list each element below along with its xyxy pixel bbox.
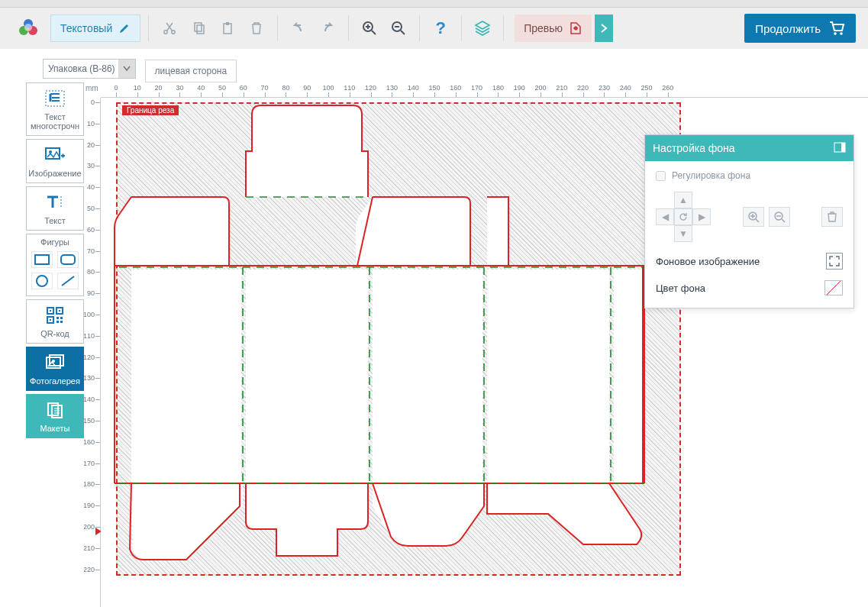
dieline xyxy=(101,98,696,586)
window-top-strip xyxy=(0,0,868,8)
preview-expand-button[interactable] xyxy=(595,15,613,42)
tool-gallery[interactable]: Фотогалерея xyxy=(26,347,84,391)
bg-move-right[interactable]: ▶ xyxy=(692,208,711,225)
bg-image-label: Фоновое изображение xyxy=(656,256,760,267)
paste-button[interactable] xyxy=(215,15,240,41)
tool-text-multiline[interactable]: Текст многострочн xyxy=(26,82,84,136)
bg-image-fit-button[interactable] xyxy=(826,253,843,270)
svg-rect-23 xyxy=(50,310,51,312)
zoom-in-icon xyxy=(362,21,377,36)
copy-icon xyxy=(191,21,206,36)
expand-icon xyxy=(829,256,840,266)
layouts-icon xyxy=(46,399,64,421)
svg-rect-29 xyxy=(60,321,63,323)
bg-move-up[interactable]: ▲ xyxy=(674,192,692,208)
tool-image[interactable]: Изображение xyxy=(26,139,84,183)
svg-rect-26 xyxy=(56,317,59,319)
main-toolbar: Текстовый ? Превью Продолжить xyxy=(0,8,868,49)
copy-button[interactable] xyxy=(186,15,211,41)
svg-rect-25 xyxy=(50,319,51,321)
zoom-in-icon xyxy=(747,211,760,223)
bg-adjust-checkbox[interactable]: Регулировка фона xyxy=(656,170,843,181)
text-mode-button[interactable]: Текстовый xyxy=(50,15,140,42)
continue-label: Продолжить xyxy=(755,22,821,35)
shapes-label: Фигуры xyxy=(40,237,69,247)
svg-rect-38 xyxy=(487,270,609,483)
layers-button[interactable] xyxy=(469,15,495,41)
tool-text[interactable]: Текст xyxy=(26,186,84,231)
text-multiline-icon xyxy=(44,88,66,109)
svg-point-19 xyxy=(37,276,47,286)
tool-layouts[interactable]: Макеты xyxy=(26,394,84,438)
package-select[interactable]: Упаковка (B-86) xyxy=(43,59,136,79)
bg-move-left[interactable]: ◀ xyxy=(656,208,674,225)
rotate-icon xyxy=(679,212,688,221)
svg-rect-41 xyxy=(841,143,845,152)
preview-button[interactable]: Превью xyxy=(515,15,592,42)
bg-move-reset[interactable] xyxy=(674,208,692,225)
zoom-out-icon xyxy=(391,21,406,36)
svg-rect-39 xyxy=(614,270,643,483)
help-button[interactable]: ? xyxy=(428,15,453,41)
scissors-icon xyxy=(162,21,177,36)
tool-label: Фотогалерея xyxy=(30,376,80,386)
bg-color-swatch[interactable] xyxy=(824,280,843,295)
redo-button[interactable] xyxy=(315,15,340,41)
preview-label: Превью xyxy=(524,22,563,34)
bg-adjust-label: Регулировка фона xyxy=(672,170,750,181)
shape-rounded-rect[interactable] xyxy=(57,251,79,268)
bg-color-label: Цвет фона xyxy=(656,283,705,294)
svg-point-13 xyxy=(840,32,843,35)
bg-zoom-out[interactable] xyxy=(769,207,790,227)
panel-header[interactable]: Настройка фона xyxy=(645,135,853,161)
image-icon xyxy=(44,144,66,166)
tool-label: Изображение xyxy=(28,169,81,178)
bg-move-down[interactable]: ▼ xyxy=(674,225,692,242)
help-label: ? xyxy=(435,18,445,38)
svg-rect-9 xyxy=(226,22,229,25)
delete-button[interactable] xyxy=(244,15,269,41)
svg-point-12 xyxy=(834,32,837,35)
cut-button[interactable] xyxy=(156,15,182,41)
svg-rect-27 xyxy=(60,317,63,319)
svg-rect-36 xyxy=(246,270,368,483)
shape-circle[interactable] xyxy=(31,273,53,289)
left-tool-panel: Текст многострочн Изображение Текст Фигу… xyxy=(26,82,84,607)
svg-rect-24 xyxy=(59,310,60,312)
zoom-in-button[interactable] xyxy=(357,15,382,41)
continue-button[interactable]: Продолжить xyxy=(744,14,856,43)
cart-icon xyxy=(828,21,845,36)
undo-button[interactable] xyxy=(286,15,311,41)
text-icon xyxy=(44,192,66,213)
app-logo-icon xyxy=(17,17,40,40)
bg-move-dpad: ▲ ◀ ▶ ▼ xyxy=(656,192,711,242)
bg-adjust-input[interactable] xyxy=(656,171,666,181)
pdf-icon xyxy=(569,21,582,35)
bg-delete[interactable] xyxy=(821,207,843,227)
ruler-unit-label: mm xyxy=(86,84,98,92)
zoom-out-button[interactable] xyxy=(386,15,411,41)
panel-dock-icon[interactable] xyxy=(834,142,846,155)
panel-title: Настройка фона xyxy=(653,142,735,154)
tool-shapes: Фигуры xyxy=(26,234,84,296)
svg-rect-35 xyxy=(131,270,241,483)
bg-zoom-in[interactable] xyxy=(743,207,764,227)
ruler-vertical: 0102030405060708090100110120130140150160… xyxy=(84,98,101,607)
background-settings-panel: Настройка фона Регулировка фона ▲ ◀ ▶ ▼ xyxy=(644,134,854,308)
svg-rect-18 xyxy=(61,255,75,264)
chevron-down-icon xyxy=(118,60,135,78)
sub-toolbar: Упаковка (B-86) лицевая сторона xyxy=(0,55,868,82)
svg-rect-7 xyxy=(197,25,204,34)
redo-icon xyxy=(319,22,336,34)
tool-qr[interactable]: QR-код xyxy=(26,299,84,344)
ruler-horizontal: 0102030405060708090100110120130140150160… xyxy=(101,82,868,98)
shape-line[interactable] xyxy=(57,273,79,289)
tab-front-side[interactable]: лицевая сторона xyxy=(145,60,237,82)
separator xyxy=(277,15,278,41)
layers-icon xyxy=(474,20,491,37)
separator xyxy=(461,15,462,41)
svg-point-3 xyxy=(24,24,32,31)
shape-rectangle[interactable] xyxy=(31,251,53,268)
separator xyxy=(148,15,149,41)
svg-rect-28 xyxy=(56,321,59,323)
